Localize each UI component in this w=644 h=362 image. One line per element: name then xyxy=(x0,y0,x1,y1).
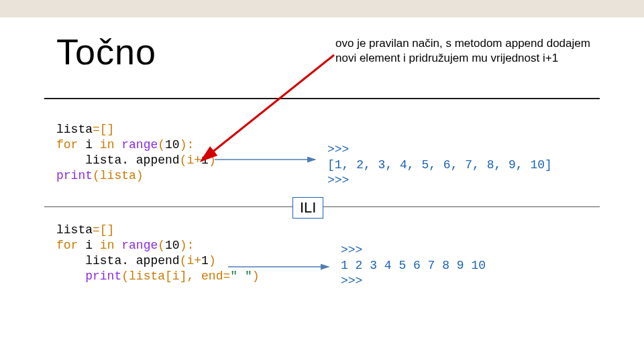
code-text: ( xyxy=(158,239,165,252)
code-text: 1 xyxy=(201,154,209,167)
code-text: for xyxy=(56,239,85,252)
code-text xyxy=(56,269,85,283)
slide-title: Točno xyxy=(56,31,156,72)
code-text: ) xyxy=(252,269,260,283)
output-text: >>> xyxy=(327,174,349,187)
code-text: (lista[i], end xyxy=(121,269,223,283)
code-text: ): xyxy=(180,138,195,152)
code-text: + xyxy=(194,154,201,167)
code-text: =[] xyxy=(93,123,114,136)
code-text: in xyxy=(100,138,121,152)
title-underline xyxy=(44,98,600,99)
code-text: print xyxy=(56,169,93,182)
code-text: in xyxy=(100,239,121,252)
code-text: + xyxy=(194,254,201,267)
code-text: = xyxy=(223,269,230,283)
code-text: i xyxy=(85,239,100,252)
code-block-1: lista=[] for i in range(10): lista. appe… xyxy=(56,122,216,184)
code-text: 1 xyxy=(201,254,209,267)
code-text: for xyxy=(56,138,85,152)
code-text: i xyxy=(85,138,100,152)
output-text: >>> xyxy=(341,274,362,288)
code-text: =[] xyxy=(93,223,114,237)
code-text: 10 xyxy=(165,138,180,152)
red-arrow-icon xyxy=(201,55,334,161)
divider-label: ILI xyxy=(292,197,323,219)
output-text: >>> xyxy=(341,243,362,257)
code-text: print xyxy=(85,269,121,283)
code-text: lista xyxy=(56,223,93,237)
output-block-2: >>> 1 2 3 4 5 6 7 8 9 10 >>> xyxy=(341,243,486,289)
output-block-1: >>> [1, 2, 3, 4, 5, 6, 7, 8, 9, 10] >>> xyxy=(327,142,552,188)
code-text: range xyxy=(121,138,158,152)
annotation-note: ovo je pravilan način, s metodom append … xyxy=(335,36,590,66)
code-block-2: lista=[] for i in range(10): lista. appe… xyxy=(56,223,260,284)
output-text: >>> xyxy=(327,143,349,156)
code-text: (lista) xyxy=(93,169,144,182)
top-decor-bar xyxy=(0,0,644,17)
code-text: (i xyxy=(180,254,195,267)
code-text: lista. append xyxy=(56,254,180,267)
code-text: range xyxy=(121,239,158,252)
code-text: 10 xyxy=(165,239,180,252)
code-text: lista xyxy=(56,123,93,136)
code-text: (i xyxy=(180,154,195,167)
output-text: [1, 2, 3, 4, 5, 6, 7, 8, 9, 10] xyxy=(327,158,552,172)
code-text: ): xyxy=(180,239,195,252)
code-text: ) xyxy=(209,254,216,267)
code-text: lista. append xyxy=(56,154,180,167)
code-text: " " xyxy=(230,269,252,283)
output-text: 1 2 3 4 5 6 7 8 9 10 xyxy=(341,259,486,272)
code-text: ) xyxy=(209,154,216,167)
code-text: ( xyxy=(158,138,165,152)
